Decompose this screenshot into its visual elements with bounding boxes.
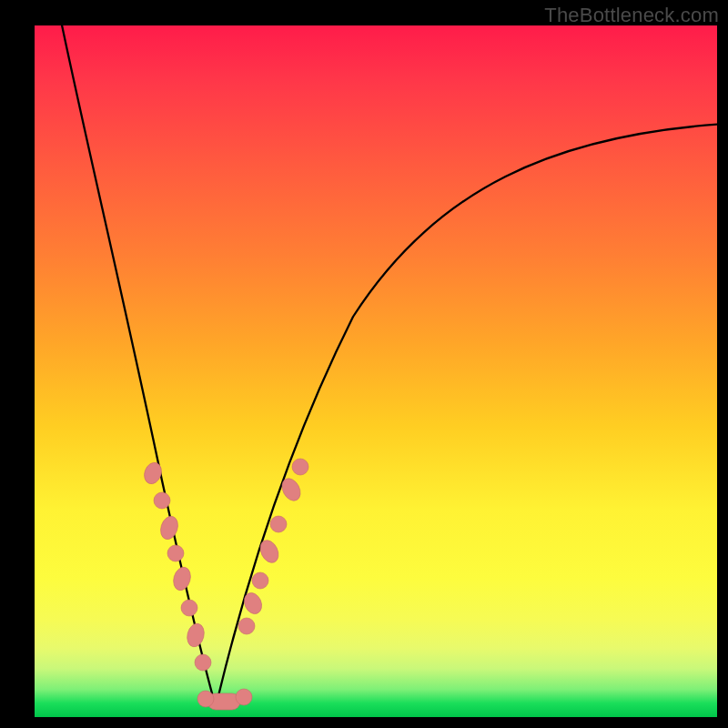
- markers-left: [141, 460, 211, 671]
- svg-point-4: [171, 565, 193, 592]
- svg-point-2: [157, 514, 180, 541]
- svg-point-1: [154, 492, 170, 509]
- svg-point-5: [181, 600, 197, 616]
- markers-bottom: [197, 689, 252, 710]
- svg-point-15: [270, 516, 287, 532]
- plot-background: [35, 25, 717, 717]
- svg-point-3: [167, 545, 184, 561]
- svg-point-13: [252, 572, 268, 589]
- svg-point-10: [236, 689, 252, 705]
- markers-right: [238, 459, 308, 634]
- svg-point-17: [292, 459, 308, 475]
- svg-point-11: [238, 618, 255, 634]
- watermark-text: TheBottleneck.com: [544, 4, 719, 27]
- svg-point-7: [195, 654, 211, 671]
- svg-point-14: [257, 537, 282, 565]
- chart-canvas: TheBottleneck.com: [0, 0, 728, 728]
- svg-point-9: [197, 691, 214, 707]
- curve-right-branch: [217, 124, 717, 703]
- chart-svg: [35, 25, 717, 717]
- svg-point-6: [185, 622, 207, 649]
- svg-point-0: [141, 460, 164, 487]
